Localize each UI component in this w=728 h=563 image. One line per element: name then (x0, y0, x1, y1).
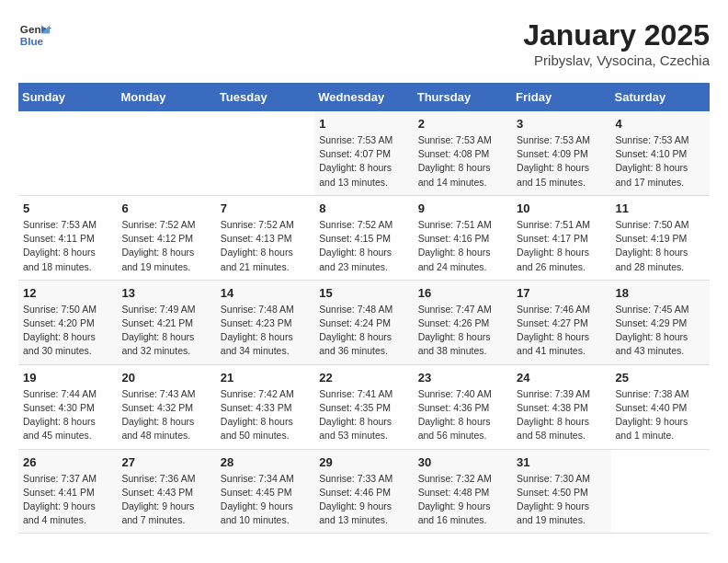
day-cell-2-1: 13Sunrise: 7:49 AM Sunset: 4:21 PM Dayli… (117, 280, 215, 364)
day-number: 20 (121, 371, 210, 385)
day-number: 7 (221, 201, 310, 215)
day-info: Sunrise: 7:39 AM Sunset: 4:38 PM Dayligh… (517, 387, 606, 443)
day-number: 19 (23, 371, 112, 385)
svg-text:Blue: Blue (20, 35, 44, 47)
day-number: 8 (319, 201, 408, 215)
day-number: 27 (121, 455, 210, 469)
day-number: 24 (517, 371, 606, 385)
day-cell-3-4: 23Sunrise: 7:40 AM Sunset: 4:36 PM Dayli… (414, 364, 512, 449)
day-info: Sunrise: 7:50 AM Sunset: 4:19 PM Dayligh… (616, 218, 705, 274)
calendar-title-area: January 2025 Pribyslav, Vysocina, Czechi… (523, 18, 710, 68)
day-cell-4-6 (611, 449, 710, 534)
calendar-table: Sunday Monday Tuesday Wednesday Thursday… (18, 83, 710, 534)
day-number: 5 (23, 201, 112, 215)
day-number: 29 (319, 455, 408, 469)
day-info: Sunrise: 7:52 AM Sunset: 4:13 PM Dayligh… (221, 218, 310, 274)
week-row-4: 19Sunrise: 7:44 AM Sunset: 4:30 PM Dayli… (18, 364, 710, 449)
day-number: 2 (418, 117, 507, 131)
day-info: Sunrise: 7:40 AM Sunset: 4:36 PM Dayligh… (418, 387, 507, 443)
day-info: Sunrise: 7:53 AM Sunset: 4:11 PM Dayligh… (23, 218, 112, 274)
header-monday: Monday (117, 83, 215, 111)
day-info: Sunrise: 7:53 AM Sunset: 4:10 PM Dayligh… (616, 133, 705, 190)
logo: General Blue (18, 18, 51, 52)
week-row-2: 5Sunrise: 7:53 AM Sunset: 4:11 PM Daylig… (18, 195, 710, 280)
day-cell-1-5: 10Sunrise: 7:51 AM Sunset: 4:17 PM Dayli… (512, 195, 610, 280)
day-cell-4-0: 26Sunrise: 7:37 AM Sunset: 4:41 PM Dayli… (18, 449, 117, 534)
day-cell-0-3: 1Sunrise: 7:53 AM Sunset: 4:07 PM Daylig… (314, 111, 413, 195)
day-info: Sunrise: 7:50 AM Sunset: 4:20 PM Dayligh… (23, 303, 112, 359)
day-number: 28 (221, 455, 310, 469)
day-number: 22 (319, 371, 408, 385)
day-info: Sunrise: 7:47 AM Sunset: 4:26 PM Dayligh… (418, 303, 507, 359)
calendar-subtitle: Pribyslav, Vysocina, Czechia (523, 52, 710, 68)
day-number: 10 (517, 201, 606, 215)
day-cell-2-0: 12Sunrise: 7:50 AM Sunset: 4:20 PM Dayli… (18, 280, 117, 364)
day-number: 26 (23, 455, 112, 469)
header-wednesday: Wednesday (314, 83, 413, 111)
header-friday: Friday (512, 83, 610, 111)
day-cell-2-3: 15Sunrise: 7:48 AM Sunset: 4:24 PM Dayli… (314, 280, 413, 364)
day-info: Sunrise: 7:48 AM Sunset: 4:24 PM Dayligh… (319, 303, 408, 359)
week-row-5: 26Sunrise: 7:37 AM Sunset: 4:41 PM Dayli… (18, 449, 710, 534)
day-cell-0-0 (18, 111, 117, 195)
day-cell-0-1 (117, 111, 215, 195)
header-thursday: Thursday (414, 83, 512, 111)
day-number: 3 (517, 117, 606, 131)
day-number: 14 (221, 286, 310, 300)
day-info: Sunrise: 7:51 AM Sunset: 4:16 PM Dayligh… (418, 218, 507, 274)
day-cell-4-3: 29Sunrise: 7:33 AM Sunset: 4:46 PM Dayli… (314, 449, 413, 534)
day-cell-2-5: 17Sunrise: 7:46 AM Sunset: 4:27 PM Dayli… (512, 280, 610, 364)
day-number: 15 (319, 286, 408, 300)
header-tuesday: Tuesday (216, 83, 314, 111)
day-info: Sunrise: 7:34 AM Sunset: 4:45 PM Dayligh… (221, 472, 310, 528)
day-number: 1 (319, 117, 408, 131)
day-info: Sunrise: 7:43 AM Sunset: 4:32 PM Dayligh… (121, 387, 210, 443)
header-saturday: Saturday (611, 83, 710, 111)
day-info: Sunrise: 7:53 AM Sunset: 4:09 PM Dayligh… (517, 133, 606, 190)
day-number: 30 (418, 455, 507, 469)
calendar-title: January 2025 (523, 18, 710, 52)
day-info: Sunrise: 7:49 AM Sunset: 4:21 PM Dayligh… (121, 303, 210, 359)
page-header: General Blue January 2025 Pribyslav, Vys… (18, 18, 710, 68)
day-number: 4 (616, 117, 705, 131)
day-info: Sunrise: 7:42 AM Sunset: 4:33 PM Dayligh… (221, 387, 310, 443)
day-number: 11 (616, 201, 705, 215)
day-cell-4-1: 27Sunrise: 7:36 AM Sunset: 4:43 PM Dayli… (117, 449, 215, 534)
day-number: 6 (121, 201, 210, 215)
day-cell-4-5: 31Sunrise: 7:30 AM Sunset: 4:50 PM Dayli… (512, 449, 610, 534)
day-cell-1-1: 6Sunrise: 7:52 AM Sunset: 4:12 PM Daylig… (117, 195, 215, 280)
day-number: 13 (121, 286, 210, 300)
day-info: Sunrise: 7:37 AM Sunset: 4:41 PM Dayligh… (23, 472, 112, 528)
day-cell-0-4: 2Sunrise: 7:53 AM Sunset: 4:08 PM Daylig… (414, 111, 512, 195)
day-cell-3-6: 25Sunrise: 7:38 AM Sunset: 4:40 PM Dayli… (611, 364, 710, 449)
day-number: 31 (517, 455, 606, 469)
day-info: Sunrise: 7:53 AM Sunset: 4:07 PM Dayligh… (319, 133, 408, 190)
day-info: Sunrise: 7:48 AM Sunset: 4:23 PM Dayligh… (221, 303, 310, 359)
calendar-header-row: Sunday Monday Tuesday Wednesday Thursday… (18, 83, 710, 111)
day-cell-0-6: 4Sunrise: 7:53 AM Sunset: 4:10 PM Daylig… (611, 111, 710, 195)
day-number: 9 (418, 201, 507, 215)
day-info: Sunrise: 7:38 AM Sunset: 4:40 PM Dayligh… (616, 387, 705, 443)
day-cell-1-2: 7Sunrise: 7:52 AM Sunset: 4:13 PM Daylig… (216, 195, 314, 280)
day-cell-1-3: 8Sunrise: 7:52 AM Sunset: 4:15 PM Daylig… (314, 195, 413, 280)
day-cell-2-2: 14Sunrise: 7:48 AM Sunset: 4:23 PM Dayli… (216, 280, 314, 364)
day-info: Sunrise: 7:30 AM Sunset: 4:50 PM Dayligh… (517, 472, 606, 528)
day-cell-3-0: 19Sunrise: 7:44 AM Sunset: 4:30 PM Dayli… (18, 364, 117, 449)
day-info: Sunrise: 7:52 AM Sunset: 4:12 PM Dayligh… (121, 218, 210, 274)
header-sunday: Sunday (18, 83, 117, 111)
day-info: Sunrise: 7:32 AM Sunset: 4:48 PM Dayligh… (418, 472, 507, 528)
day-info: Sunrise: 7:46 AM Sunset: 4:27 PM Dayligh… (517, 303, 606, 359)
day-cell-1-0: 5Sunrise: 7:53 AM Sunset: 4:11 PM Daylig… (18, 195, 117, 280)
day-cell-3-5: 24Sunrise: 7:39 AM Sunset: 4:38 PM Dayli… (512, 364, 610, 449)
day-cell-3-3: 22Sunrise: 7:41 AM Sunset: 4:35 PM Dayli… (314, 364, 413, 449)
day-number: 21 (221, 371, 310, 385)
day-cell-4-2: 28Sunrise: 7:34 AM Sunset: 4:45 PM Dayli… (216, 449, 314, 534)
day-cell-2-4: 16Sunrise: 7:47 AM Sunset: 4:26 PM Dayli… (414, 280, 512, 364)
day-cell-2-6: 18Sunrise: 7:45 AM Sunset: 4:29 PM Dayli… (611, 280, 710, 364)
day-info: Sunrise: 7:45 AM Sunset: 4:29 PM Dayligh… (616, 303, 705, 359)
logo-icon: General Blue (18, 18, 51, 52)
day-info: Sunrise: 7:41 AM Sunset: 4:35 PM Dayligh… (319, 387, 408, 443)
day-info: Sunrise: 7:52 AM Sunset: 4:15 PM Dayligh… (319, 218, 408, 274)
day-cell-0-5: 3Sunrise: 7:53 AM Sunset: 4:09 PM Daylig… (512, 111, 610, 195)
day-info: Sunrise: 7:51 AM Sunset: 4:17 PM Dayligh… (517, 218, 606, 274)
